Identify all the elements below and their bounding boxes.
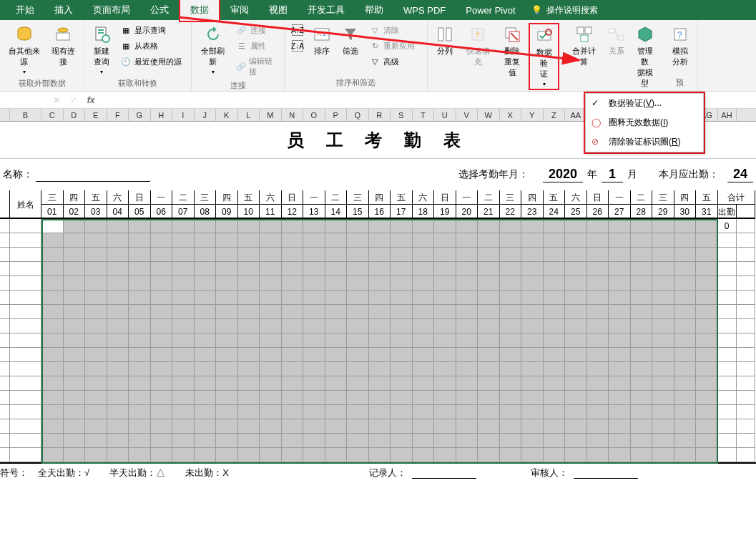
attendance-cell[interactable] [325,362,348,376]
attendance-cell[interactable] [631,262,653,276]
attendance-cell[interactable] [587,333,609,348]
attendance-cell[interactable] [64,305,86,319]
attendance-cell[interactable] [696,248,718,262]
attendance-cell[interactable] [282,248,304,262]
attendance-cell[interactable] [521,434,544,448]
attendance-cell[interactable] [347,262,369,276]
attendance-cell[interactable] [696,362,718,376]
whatif-button[interactable]: ? 模拟分析 [667,23,693,69]
attendance-cell[interactable] [172,276,195,291]
attendance-cell[interactable] [587,391,609,405]
attendance-cell[interactable] [238,434,260,448]
attendance-cell[interactable] [521,291,544,305]
attendance-cell[interactable] [64,276,86,291]
attendance-cell[interactable] [500,248,522,262]
attendance-cell[interactable] [282,419,304,434]
absent-cell[interactable] [737,391,755,405]
attendance-cell[interactable] [216,305,238,319]
out-cell[interactable] [718,448,737,462]
attendance-cell[interactable] [64,419,86,434]
out-cell[interactable] [718,348,737,362]
attendance-cell[interactable] [565,291,587,305]
attendance-cell[interactable] [652,448,674,462]
attendance-cell[interactable] [303,262,325,276]
attendance-cell[interactable] [172,419,195,434]
attendance-cell[interactable] [347,405,369,419]
attendance-cell[interactable] [41,333,64,348]
col-header[interactable]: AH [718,109,737,121]
attendance-cell[interactable] [107,448,129,462]
absent-cell[interactable] [737,348,755,362]
attendance-cell[interactable] [151,291,173,305]
attendance-cell[interactable] [172,376,195,391]
attendance-cell[interactable] [369,233,391,248]
attendance-cell[interactable] [216,405,238,419]
attendance-cell[interactable] [434,262,456,276]
attendance-cell[interactable] [609,219,631,233]
attendance-cell[interactable] [565,348,587,362]
col-header[interactable]: L [238,109,260,121]
attendance-cell[interactable] [195,305,217,319]
attendance-cell[interactable] [64,348,86,362]
attendance-cell[interactable] [238,376,260,391]
attendance-cell[interactable] [216,276,238,291]
attendance-cell[interactable] [64,362,86,376]
attendance-cell[interactable] [151,219,173,233]
attendance-cell[interactable] [609,391,631,405]
attendance-cell[interactable] [500,276,522,291]
attendance-cell[interactable] [238,419,260,434]
attendance-cell[interactable] [107,248,129,262]
col-header[interactable]: V [456,109,478,121]
attendance-cell[interactable] [64,434,86,448]
attendance-cell[interactable] [85,305,107,319]
attendance-cell[interactable] [41,219,64,233]
attendance-cell[interactable] [41,248,64,262]
reviewer-field[interactable] [574,467,638,479]
seq-cell[interactable] [0,348,10,362]
attendance-cell[interactable] [85,262,107,276]
attendance-cell[interactable] [674,391,697,405]
attendance-cell[interactable] [456,434,478,448]
attendance-cell[interactable] [151,362,173,376]
attendance-cell[interactable] [696,391,718,405]
attendance-cell[interactable] [434,405,456,419]
attendance-cell[interactable] [434,305,456,319]
attendance-cell[interactable] [587,419,609,434]
attendance-cell[interactable] [172,405,195,419]
col-header[interactable]: O [303,109,325,121]
attendance-cell[interactable] [434,319,456,333]
attendance-cell[interactable] [325,333,348,348]
attendance-cell[interactable] [216,319,238,333]
attendance-cell[interactable] [369,376,391,391]
attendance-cell[interactable] [434,362,456,376]
attendance-cell[interactable] [456,376,478,391]
attendance-cell[interactable] [391,262,413,276]
attendance-cell[interactable] [456,405,478,419]
attendance-cell[interactable] [85,448,107,462]
attendance-cell[interactable] [303,391,325,405]
name-cell[interactable] [10,333,41,348]
attendance-cell[interactable] [195,419,217,434]
attendance-cell[interactable] [609,276,631,291]
absent-cell[interactable] [737,319,755,333]
attendance-cell[interactable] [172,434,195,448]
attendance-cell[interactable] [369,291,391,305]
attendance-cell[interactable] [674,291,697,305]
attendance-cell[interactable] [565,248,587,262]
attendance-cell[interactable] [151,348,173,362]
attendance-cell[interactable] [478,333,500,348]
attendance-cell[interactable] [238,262,260,276]
attendance-cell[interactable] [129,291,151,305]
menu-clear-circles[interactable]: ⊘ 清除验证标识圈(R) [586,132,703,152]
attendance-cell[interactable] [238,333,260,348]
attendance-cell[interactable] [631,333,653,348]
attendance-cell[interactable] [413,405,435,419]
attendance-cell[interactable] [434,434,456,448]
attendance-cell[interactable] [413,319,435,333]
attendance-cell[interactable] [674,319,697,333]
attendance-cell[interactable] [674,233,697,248]
attendance-cell[interactable] [391,362,413,376]
attendance-cell[interactable] [587,262,609,276]
attendance-cell[interactable] [260,233,282,248]
attendance-cell[interactable] [478,262,500,276]
